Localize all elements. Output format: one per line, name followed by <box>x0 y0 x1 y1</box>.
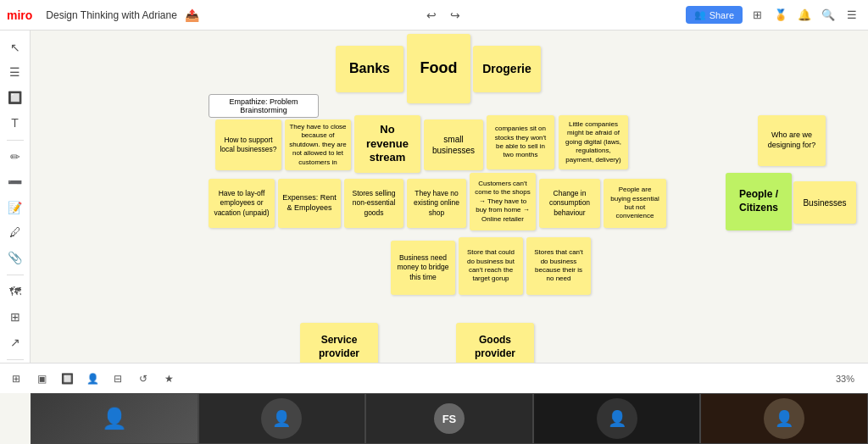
shapes-tool[interactable]: 🔲 <box>3 87 27 108</box>
bb-refresh-icon[interactable]: ↺ <box>134 369 153 388</box>
share-icon-small: 👥 <box>694 9 706 20</box>
sticky-change-consumption[interactable]: Change in consumption behaviour <box>539 179 600 228</box>
video-slot-1: 👤 <box>31 393 198 444</box>
marker-tool[interactable]: 🖊 <box>3 222 27 242</box>
bb-grid-icon[interactable]: ⊞ <box>7 369 25 388</box>
sticky-no-online-shop[interactable]: They have no existing online shop <box>407 179 466 228</box>
sticky-stores-non-essential[interactable]: Stores selling non-essential goods <box>344 179 403 228</box>
cursor-tool[interactable]: ↖ <box>3 37 27 58</box>
avatar-fs: FS <box>434 403 465 434</box>
grid-icon[interactable]: ⊞ <box>748 6 766 25</box>
bottom-bar: ⊞ ▣ 🔲 👤 ⊟ ↺ ★ 33% <box>0 363 868 393</box>
sticky-bridge-money[interactable]: Business need money to bridge this time <box>391 241 455 295</box>
sticky-stores-no-need[interactable]: Stores that can't do business because th… <box>526 237 591 295</box>
sticky-people-citizens[interactable]: People / Citizens <box>726 173 792 230</box>
undo-button[interactable]: ↩ <box>423 7 440 24</box>
grid-tool[interactable]: ⊞ <box>3 307 27 327</box>
empathize-box: Empathize: Problem Brainstorming <box>209 94 319 118</box>
sticky-drogerie[interactable]: Drogerie <box>473 46 541 92</box>
sticky-little-companies[interactable]: Little companies might be afraid of goin… <box>559 115 628 169</box>
video-person-1: 👤 <box>102 407 127 430</box>
sticky-tool[interactable]: 📝 <box>3 197 27 218</box>
bb-frame-icon[interactable]: 🔲 <box>58 369 76 388</box>
topbar-center: ↩ ↪ <box>201 7 686 24</box>
badge-icon[interactable]: 🏅 <box>771 6 790 25</box>
bb-screen-icon[interactable]: ▣ <box>32 369 51 388</box>
arrow-tool[interactable]: ↗ <box>3 332 27 352</box>
sticky-have-to-close[interactable]: They have to close because of shutdown. … <box>285 119 351 170</box>
sticky-expenses[interactable]: Expenses: Rent & Employees <box>278 179 341 228</box>
canvas[interactable]: Empathize: Problem Brainstorming Banks F… <box>31 31 868 363</box>
sticky-companies-sit[interactable]: companies sit on stocks they won't be ab… <box>487 115 554 169</box>
sticky-store-cant-reach[interactable]: Store that could do business but can't r… <box>459 237 523 295</box>
video-person-3: 👤 <box>597 398 637 439</box>
line-tool[interactable]: ➖ <box>3 172 27 192</box>
video-person-4: 👤 <box>764 398 804 439</box>
document-title[interactable]: Design Thinking with Adriane <box>39 9 184 21</box>
bb-star-icon[interactable]: ★ <box>159 369 178 388</box>
separator-2 <box>7 275 24 275</box>
pen-tool[interactable]: ✏ <box>3 147 27 167</box>
text-tool[interactable]: T <box>3 113 27 133</box>
separator <box>7 140 24 141</box>
menu-icon[interactable]: ☰ <box>843 6 861 25</box>
video-slot-3: 👤 <box>533 393 701 444</box>
sticky-businesses[interactable]: Businesses <box>793 181 856 224</box>
map-tool[interactable]: 🗺 <box>3 282 27 302</box>
bell-icon[interactable]: 🔔 <box>795 6 814 25</box>
separator-3 <box>7 359 24 360</box>
attach-tool[interactable]: 📎 <box>3 247 27 268</box>
sticky-layoff[interactable]: Have to lay-off employees or vacation (u… <box>209 179 275 228</box>
bb-minus-icon[interactable]: ⊟ <box>108 369 127 388</box>
redo-button[interactable]: ↪ <box>447 7 464 24</box>
sticky-customers-cant-come[interactable]: Customers can't come to the shops → They… <box>470 173 536 230</box>
frames-tool[interactable]: ☰ <box>3 63 27 83</box>
sticky-food[interactable]: Food <box>407 34 470 103</box>
sticky-small-businesses[interactable]: small businesses <box>424 119 483 170</box>
bb-user-icon[interactable]: 👤 <box>83 369 102 388</box>
share-button[interactable]: 👥 Share <box>686 6 743 24</box>
video-strip: 👤 👤 FS 👤 👤 <box>31 393 868 444</box>
zoom-level: 33% <box>836 374 861 384</box>
sticky-how-to-support[interactable]: How to support local businesses? <box>215 119 281 170</box>
sticky-who-are-we[interactable]: Who are we designing for? <box>758 115 826 166</box>
sticky-banks[interactable]: Banks <box>336 46 403 92</box>
sticky-service-provider[interactable]: Service provider <box>300 323 378 363</box>
video-slot-2: 👤 <box>198 393 366 444</box>
sticky-no-revenue[interactable]: No revenue stream <box>354 115 420 173</box>
video-person-2: 👤 <box>261 398 302 439</box>
left-toolbar: ↖ ☰ 🔲 T ✏ ➖ 📝 🖊 📎 🗺 ⊞ ↗ ⋯ <box>0 31 31 393</box>
share-icon: 📤 <box>184 7 201 24</box>
sticky-buying-essential[interactable]: People are buying essential but not conv… <box>604 179 666 228</box>
video-slot-fs: FS <box>365 393 533 444</box>
miro-logo: miro <box>0 8 39 22</box>
video-slot-4: 👤 <box>700 393 868 444</box>
top-bar: miro Design Thinking with Adriane 📤 ↩ ↪ … <box>0 0 868 31</box>
sticky-goods-provider[interactable]: Goods provider <box>456 323 534 363</box>
search-icon[interactable]: 🔍 <box>819 6 837 25</box>
topbar-right: 👥 Share ⊞ 🏅 🔔 🔍 ☰ <box>686 6 868 25</box>
